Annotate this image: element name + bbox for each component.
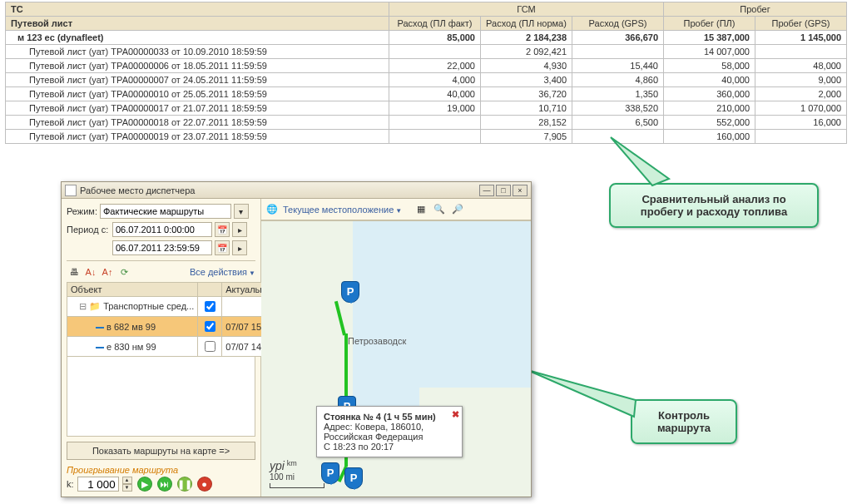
tooltip-close-icon[interactable]: ✖ [452, 409, 459, 420]
table-row[interactable]: Путевой лист (уат) ТРА00000007 от 24.05.… [6, 73, 847, 87]
mode-combo[interactable] [100, 204, 231, 219]
fuel-mileage-table: ТС ГСМ Пробег Путевой лист Расход (ПЛ фа… [5, 2, 847, 144]
parking-marker-1[interactable]: P [341, 281, 359, 303]
dispatcher-window: Рабочее место диспетчера — □ × Режим: ▾ … [61, 181, 532, 497]
root-checkbox[interactable] [205, 301, 215, 312]
date-from-arrow-button[interactable]: ▸ [232, 222, 247, 237]
tree-empty-area[interactable] [67, 357, 255, 437]
tooltip-time: С 18:23 по 20:17 [324, 442, 455, 452]
table-row[interactable]: Путевой лист (уат) ТРА00000006 от 18.05.… [6, 59, 847, 73]
titlebar[interactable]: Рабочее место диспетчера — □ × [62, 182, 531, 199]
maximize-button[interactable]: □ [496, 185, 511, 196]
tree-root-row[interactable]: ⊟ 📁 Транспортные сред... [67, 297, 279, 317]
play-button[interactable]: ▶ [137, 477, 152, 492]
th-waybill: Путевой лист [6, 17, 389, 31]
stop-tooltip: ✖ Стоянка № 4 (1 ч 55 мин) Адрес: Ковера… [316, 406, 463, 457]
vehicle-row-1[interactable]: в 682 мв 99 07/07 15:08 [67, 317, 279, 337]
toolbar-sort-asc-icon[interactable]: A↓ [83, 264, 98, 279]
th-consumption-gps: Расход (GPS) [572, 17, 664, 31]
vehicle-tree-table: Объект Актуальнос ⊟ 📁 Транспортные сред.… [67, 282, 279, 357]
date-from-cal-button[interactable]: 📅 [215, 222, 230, 237]
callout-route-arrow [519, 362, 652, 428]
record-button[interactable]: ● [197, 477, 212, 492]
mode-dropdown-button[interactable]: ▾ [234, 204, 249, 219]
globe-icon[interactable]: 🌐 [265, 202, 280, 217]
table-row[interactable]: Путевой лист (уат) ТРА00000017 от 21.07.… [6, 101, 847, 116]
window-icon [65, 185, 77, 196]
th-tc: ТС [6, 2, 389, 17]
toolbar-print-icon[interactable]: 🖶 [67, 264, 82, 279]
close-button[interactable]: × [513, 185, 528, 196]
vehicle1-checkbox[interactable] [205, 321, 215, 332]
k-label: k: [67, 479, 74, 489]
th-consumption-fact: Расход (ПЛ факт) [389, 17, 481, 31]
date-to-arrow-button[interactable]: ▸ [232, 240, 247, 255]
map-toolbar: 🌐 Текущее местоположение▼ ▦ 🔍 🔎 [261, 199, 531, 220]
col-object: Объект [67, 283, 198, 297]
table-group-row[interactable]: м 123 ec (dynafleet)85,0002 184,238366,6… [6, 31, 847, 45]
th-consumption-norm: Расход (ПЛ норма) [481, 17, 572, 31]
zoom-in-icon[interactable]: 🔍 [432, 202, 447, 217]
vehicle-row-2[interactable]: е 830 нм 99 07/07 14:28 [67, 337, 279, 357]
all-actions-link[interactable]: Все действия▼ [190, 267, 255, 277]
th-mileage-gps: Пробег (GPS) [755, 17, 847, 31]
current-location-link[interactable]: Текущее местоположение▼ [283, 205, 402, 215]
period-label: Период с: [67, 225, 110, 235]
tooltip-title: Стоянка № 4 (1 ч 55 мин) [324, 412, 455, 422]
table-row[interactable]: Путевой лист (уат) ТРА00000018 от 22.07.… [6, 116, 847, 130]
map-area[interactable]: P P P P Петрозаводск ✖ Стоянка № 4 (1 ч … [261, 220, 531, 497]
svg-marker-1 [528, 370, 636, 417]
skip-button[interactable]: ⏭ [157, 477, 172, 492]
left-toolbar: 🖶 A↓ A↑ ⟳ Все действия▼ [67, 264, 255, 279]
date-from-input[interactable] [112, 222, 212, 237]
mode-label: Режим: [67, 206, 97, 216]
toolbar-sort-desc-icon[interactable]: A↑ [100, 264, 115, 279]
th-mileage-pl: Пробег (ПЛ) [664, 17, 755, 31]
k-down[interactable]: ▼ [122, 484, 132, 492]
table-row[interactable]: Путевой лист (уат) ТРА00000010 от 25.05.… [6, 87, 847, 101]
table-row[interactable]: Путевой лист (уат) ТРА00000033 от 10.09.… [6, 45, 847, 59]
map-city-label: Петрозаводск [348, 336, 406, 346]
map-scalebar: ypi km 100 mi [270, 459, 324, 488]
col-chk [198, 283, 222, 297]
table-row[interactable]: Путевой лист (уат) ТРА00000019 от 23.07.… [6, 130, 847, 144]
show-routes-button[interactable]: Показать маршруты на карте => [67, 442, 255, 460]
vehicle2-checkbox[interactable] [205, 341, 215, 352]
date-to-input[interactable] [112, 240, 212, 255]
play-route-label: Проигрывание маршрута [67, 465, 255, 475]
th-gsm: ГСМ [389, 2, 664, 17]
k-input[interactable] [77, 477, 119, 492]
date-to-cal-button[interactable]: 📅 [215, 240, 230, 255]
window-title: Рабочее место диспетчера [80, 185, 195, 195]
th-probeg: Пробег [664, 2, 847, 17]
map-layers-icon[interactable]: ▦ [414, 202, 428, 217]
callout-analysis-text: Сравнительный анализ по пробегу и расход… [641, 193, 787, 218]
zoom-out-icon[interactable]: 🔎 [450, 202, 465, 217]
minimize-button[interactable]: — [479, 185, 494, 196]
svg-marker-0 [611, 137, 669, 185]
parking-marker-4[interactable]: P [344, 467, 363, 489]
left-panel: Режим: ▾ Период с: 📅 ▸ 📅 ▸ 🖶 A↓ A↑ [62, 199, 261, 497]
callout-analysis-arrow [602, 129, 677, 195]
map-panel: 🌐 Текущее местоположение▼ ▦ 🔍 🔎 P P [261, 199, 531, 497]
toolbar-refresh-icon[interactable]: ⟳ [116, 264, 131, 279]
callout-route-text: Контроль маршрута [657, 409, 711, 434]
k-up[interactable]: ▲ [122, 477, 132, 484]
pause-button[interactable]: ❚❚ [177, 477, 192, 492]
